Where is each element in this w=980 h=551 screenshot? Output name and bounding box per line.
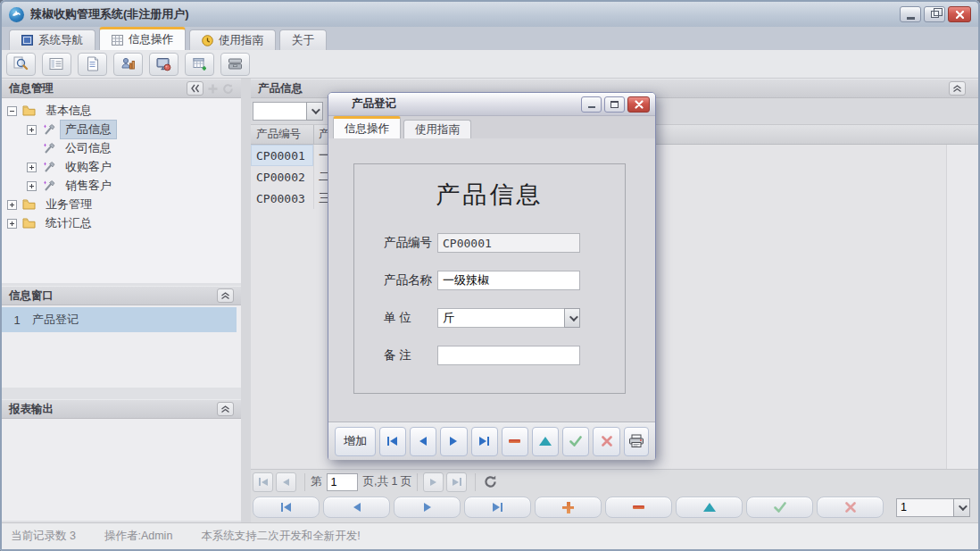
refresh-icon[interactable] [483,474,498,489]
product-filter-combobox[interactable] [253,102,323,121]
dialog-tabstrip: 信息操作 使用指南 [328,116,655,138]
page-first-button[interactable] [253,472,273,492]
dialog-tab-info-operations[interactable]: 信息操作 [333,116,401,138]
product-info-panel-title: 产品信息 [258,81,303,96]
record-cancel-button[interactable] [817,497,884,518]
minus-icon [509,439,520,443]
record-combobox[interactable] [896,498,970,517]
close-button[interactable] [948,6,971,22]
column-header-product-code[interactable]: 产品编号 [251,125,314,144]
close-icon [955,10,965,20]
form-title: 产品信息 [354,179,625,211]
sidebar-splitter[interactable] [241,79,251,522]
dialog-title-bar[interactable]: 产品登记 [328,93,655,116]
dropdown-button[interactable] [564,308,580,328]
field-label-remarks: 备 注 [384,347,411,363]
unit-combobox[interactable] [437,308,580,328]
customer-button[interactable] [113,53,143,76]
page-number-input[interactable] [327,473,358,491]
edit-button[interactable] [532,427,559,456]
record-next-button[interactable] [394,497,461,518]
double-chevron-up-icon [220,405,230,413]
page-label: 第 [311,474,322,489]
nav-prev-button[interactable] [410,427,436,456]
dialog-close-button[interactable] [627,96,650,113]
tab-about[interactable]: 关于 [279,29,327,50]
tree-item-company-info[interactable]: 公司信息 [27,139,116,157]
expand-node-icon[interactable] [27,181,37,191]
minimize-button[interactable] [900,6,921,22]
nav-last-button[interactable] [471,427,498,456]
tab-label: 系统导航 [38,33,83,48]
preview-search-button[interactable] [6,53,36,76]
collapse-panel-button[interactable] [949,81,966,96]
dropdown-button[interactable] [306,102,323,121]
page-next-button[interactable] [423,472,444,492]
print-button[interactable] [624,427,649,456]
product-filter-input[interactable] [253,102,306,121]
expand-node-icon[interactable] [7,200,17,210]
restore-icon [931,11,939,18]
tree-item-product-info[interactable]: 产品信息 [27,121,116,138]
table-add-button[interactable] [185,53,214,76]
remarks-field[interactable] [437,346,580,365]
dialog-maximize-button[interactable] [604,96,625,113]
tree-item-basic-info[interactable]: 基本信息 [7,102,96,120]
save-button[interactable] [562,427,589,456]
dialog-minimize-button[interactable] [581,96,602,113]
tree-item-sales-customers[interactable]: 销售客户 [27,177,116,195]
collapse-left-button[interactable] [187,81,203,96]
record-first-button[interactable] [253,497,320,518]
record-prev-button[interactable] [323,497,390,518]
nav-first-button[interactable] [379,427,406,456]
prev-page-icon [283,479,289,486]
info-mgmt-panel-title: 信息管理 [9,81,54,96]
expand-node-icon[interactable] [7,219,17,229]
collapse-node-icon[interactable] [7,106,17,116]
tree-item-label: 业务管理 [41,196,96,213]
tree-item-statistics[interactable]: 统计汇总 [7,214,96,232]
tool-icon [42,179,55,192]
restore-button[interactable] [924,6,945,22]
add-panel-icon[interactable] [207,83,219,95]
product-code-field[interactable] [437,233,580,253]
app-logo-icon [9,7,24,22]
page-last-button[interactable] [446,472,467,492]
grid-icon [112,35,123,46]
record-last-button[interactable] [464,497,531,518]
tab-label: 信息操作 [129,32,173,47]
info-window-item-product-reg[interactable]: 1 产品登记 [2,307,237,332]
dialog-tab-user-guide[interactable]: 使用指南 [403,120,471,138]
expand-node-icon[interactable] [27,125,37,135]
nav-next-button[interactable] [440,427,467,456]
product-name-field[interactable] [437,271,580,290]
page-prev-button[interactable] [276,472,296,492]
check-icon [569,436,582,447]
tree-item-purchase-customers[interactable]: 收购客户 [27,158,116,176]
tab-info-operations[interactable]: 信息操作 [99,27,186,50]
expand-node-icon[interactable] [27,163,37,172]
record-delete-button[interactable] [605,497,672,518]
record-list-button[interactable] [42,53,71,76]
delete-button[interactable] [502,427,528,456]
record-insert-button[interactable] [535,497,602,518]
grid-scrollbar-track[interactable] [946,145,978,469]
collapse-panel-button[interactable] [217,402,234,416]
collapse-panel-button[interactable] [217,288,234,303]
cancel-button[interactable] [593,427,619,456]
tab-user-guide[interactable]: 使用指南 [189,29,276,50]
add-button[interactable]: 增加 [335,427,376,456]
record-combo-input[interactable] [896,498,953,517]
new-document-button[interactable] [78,53,107,76]
tab-system-navigation[interactable]: 系统导航 [9,29,96,50]
record-save-button[interactable] [746,497,813,518]
product-registration-dialog: 产品登记 信息操作 使用指南 产品信息 产品编号 产品名称 [328,92,656,460]
unit-field[interactable] [437,308,580,328]
tree-item-business-mgmt[interactable]: 业务管理 [7,196,96,213]
archive-button[interactable] [220,53,250,76]
info-mgmt-panel-header: 信息管理 [2,79,241,98]
dropdown-button[interactable] [953,498,970,517]
record-edit-button[interactable] [676,497,743,518]
refresh-panel-icon[interactable] [222,83,234,95]
monitor-view-button[interactable] [149,53,179,76]
